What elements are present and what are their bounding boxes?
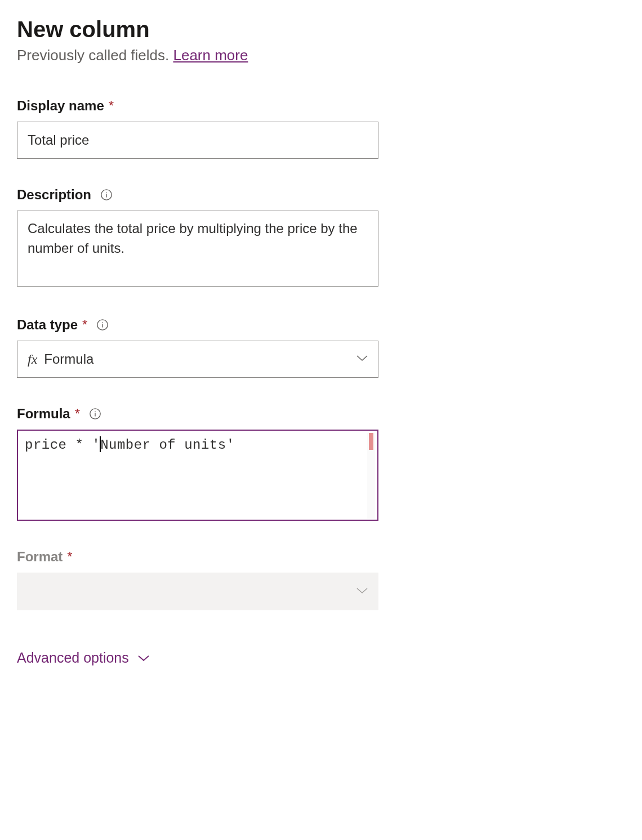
data-type-select-wrapper: fx Formula [17, 341, 378, 378]
required-asterisk: * [75, 406, 80, 422]
formula-minimap [367, 433, 375, 519]
required-asterisk: * [67, 549, 72, 565]
required-asterisk: * [82, 317, 87, 333]
data-type-selected-value: Formula [44, 351, 93, 367]
page-subtitle: Previously called fields. Learn more [17, 47, 625, 64]
info-icon[interactable] [96, 319, 109, 331]
format-select[interactable] [17, 573, 378, 610]
advanced-options-label: Advanced options [17, 650, 129, 666]
svg-point-5 [102, 322, 103, 323]
learn-more-link[interactable]: Learn more [173, 47, 248, 64]
formula-label: Formula * [17, 406, 378, 422]
description-label-text: Description [17, 187, 91, 203]
info-icon[interactable] [100, 189, 113, 201]
format-field-group: Format * [17, 549, 378, 610]
description-input[interactable] [17, 211, 378, 287]
format-select-wrapper [17, 573, 378, 610]
data-type-label-text: Data type [17, 317, 78, 333]
page-title: New column [17, 17, 625, 42]
description-field-group: Description [17, 187, 378, 289]
format-label: Format * [17, 549, 378, 565]
svg-point-2 [106, 192, 106, 193]
formula-editor[interactable]: price * 'Number of units' [17, 430, 378, 521]
data-type-select[interactable]: fx Formula [17, 341, 378, 378]
formula-label-text: Formula [17, 406, 70, 422]
svg-point-8 [95, 411, 95, 412]
info-icon[interactable] [89, 408, 101, 420]
display-name-label: Display name * [17, 98, 378, 114]
minimap-marker [369, 433, 373, 450]
display-name-input[interactable] [17, 122, 378, 159]
display-name-field-group: Display name * [17, 98, 378, 159]
chevron-down-icon [137, 654, 150, 662]
description-label: Description [17, 187, 378, 203]
text-cursor [100, 436, 101, 452]
advanced-options-toggle[interactable]: Advanced options [17, 650, 150, 666]
subtitle-text: Previously called fields. [17, 47, 173, 64]
formula-content: price * 'Number of units' [25, 436, 371, 454]
display-name-label-text: Display name [17, 98, 104, 114]
format-label-text: Format [17, 549, 63, 565]
data-type-label: Data type * [17, 317, 378, 333]
formula-field-group: Formula * price * 'Number of units' [17, 406, 378, 521]
fx-icon: fx [28, 352, 37, 367]
required-asterisk: * [109, 98, 114, 114]
data-type-field-group: Data type * fx Formula [17, 317, 378, 378]
